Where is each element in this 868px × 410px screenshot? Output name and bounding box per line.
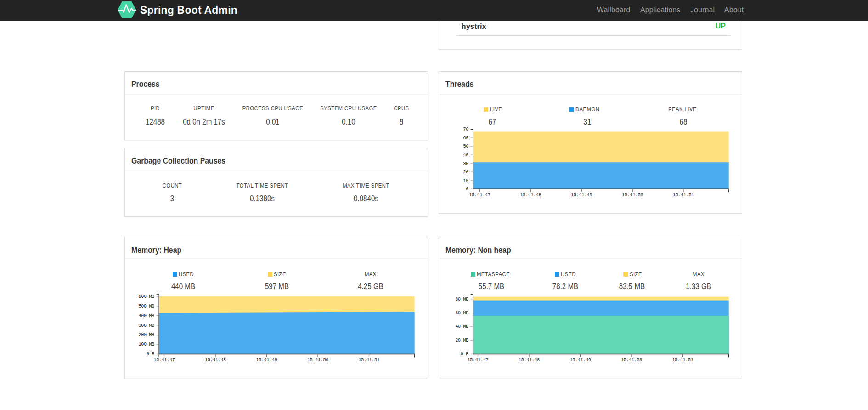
svg-text:500 MB: 500 MB: [139, 304, 155, 309]
svg-text:0 B: 0 B: [461, 352, 469, 357]
svg-text:300 MB: 300 MB: [139, 323, 155, 328]
svg-text:15:41:49: 15:41:49: [571, 193, 592, 198]
svg-text:30: 30: [463, 161, 469, 166]
svg-text:40 MB: 40 MB: [455, 325, 468, 330]
svg-text:15:41:50: 15:41:50: [307, 358, 328, 363]
svg-text:15:41:49: 15:41:49: [570, 358, 591, 363]
svg-text:0: 0: [466, 187, 468, 192]
svg-text:60 MB: 60 MB: [455, 311, 468, 316]
svg-text:15:41:51: 15:41:51: [673, 193, 694, 198]
svg-text:0 B: 0 B: [147, 352, 155, 357]
svg-text:15:41:51: 15:41:51: [359, 358, 380, 363]
svg-text:15:41:47: 15:41:47: [469, 193, 490, 198]
svg-text:15:41:50: 15:41:50: [621, 358, 642, 363]
svg-text:200 MB: 200 MB: [139, 333, 155, 338]
svg-text:15:41:51: 15:41:51: [672, 358, 693, 363]
svg-text:600 MB: 600 MB: [139, 294, 155, 299]
svg-text:100 MB: 100 MB: [139, 342, 155, 347]
svg-text:20 MB: 20 MB: [455, 338, 468, 343]
svg-text:70: 70: [463, 127, 469, 132]
svg-text:15:41:50: 15:41:50: [622, 193, 643, 198]
svg-text:10: 10: [463, 178, 469, 183]
svg-text:15:41:48: 15:41:48: [205, 358, 226, 363]
svg-text:15:41:47: 15:41:47: [468, 358, 489, 363]
svg-text:80 MB: 80 MB: [455, 297, 468, 302]
svg-text:20: 20: [463, 170, 469, 175]
svg-text:15:41:47: 15:41:47: [154, 358, 175, 363]
svg-text:40: 40: [463, 153, 469, 158]
svg-text:400 MB: 400 MB: [139, 313, 155, 319]
svg-text:15:41:48: 15:41:48: [519, 358, 540, 363]
svg-text:60: 60: [463, 136, 469, 141]
svg-text:15:41:48: 15:41:48: [520, 193, 541, 198]
svg-text:50: 50: [463, 144, 469, 149]
svg-text:15:41:49: 15:41:49: [256, 358, 277, 363]
